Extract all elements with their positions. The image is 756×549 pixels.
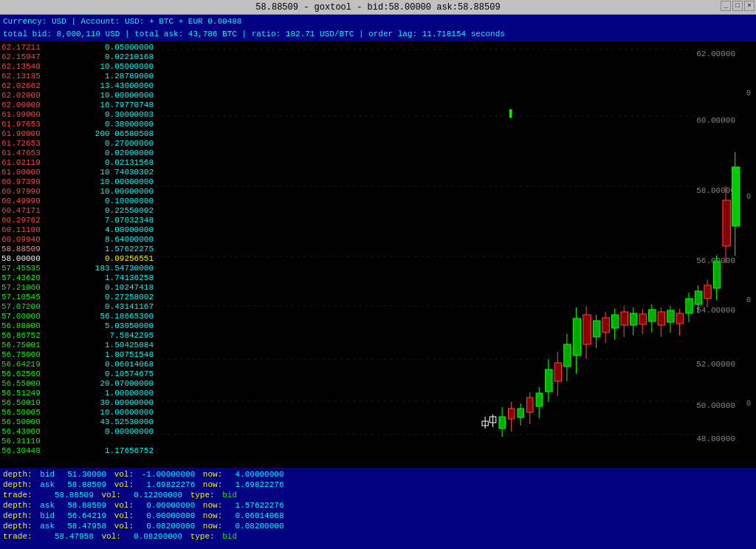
ob-ask-row: 61.02119 0.02131568 [0, 158, 155, 168]
ob-ask-row: 60.49990 0.10000000 [0, 197, 155, 206]
svg-rect-43 [639, 314, 646, 324]
ob-ask-row: 61.90000200 06580508 [0, 129, 155, 139]
main-area: 62.17211 0.05000000 62.15947 0.02210168 … [0, 41, 756, 455]
stats-text: total bid: 8,000,110 USD | total ask: 43… [3, 30, 505, 38]
ob-ask-row: 60.9739010.00000000 [0, 177, 155, 187]
svg-rect-21 [536, 393, 542, 406]
svg-rect-29 [573, 318, 580, 355]
svg-rect-25 [554, 363, 561, 381]
svg-rect-23 [546, 369, 552, 392]
svg-rect-39 [621, 312, 628, 325]
ob-bid-row: 56.5000043.52530000 [0, 417, 155, 427]
svg-rect-15 [508, 409, 514, 419]
svg-rect-47 [658, 312, 664, 325]
right-panel: 0 0 0 0 [741, 41, 756, 455]
ob-ask-row: 60.47171 0.22550002 [0, 206, 155, 216]
svg-rect-13 [499, 417, 505, 429]
ob-bid-row: 56.75001 1.50425084 [0, 341, 155, 350]
ob-ask-row: 62.0266213.43000000 [0, 81, 155, 91]
ob-bid-row: 56.5001030.00000000 [0, 398, 155, 408]
ob-ask-row: 61.97653 0.38000000 [0, 120, 155, 129]
right-label-2: 0 [746, 193, 751, 201]
minimize-btn[interactable]: _ [721, 1, 731, 11]
ob-ask-row: 60.11100 4.00000000 [0, 225, 155, 235]
ob-bid-row: 57.21060 0.10247418 [0, 283, 155, 293]
right-label-4: 0 [746, 400, 751, 408]
ob-mid-row: 58.00000 0.09256551 [0, 254, 155, 264]
svg-rect-31 [583, 315, 591, 344]
svg-rect-49 [667, 310, 674, 322]
svg-rect-19 [527, 398, 533, 412]
ob-bid-row: 56.88000 5.03050000 [0, 321, 155, 331]
title-text: 58.88509 - goxtool - bid:58.00000 ask:58… [255, 2, 500, 13]
ob-bid-row: 56.62560 0.10574675 [0, 369, 155, 379]
svg-rect-59 [713, 262, 720, 288]
ob-ask-row: 62.13135 1.28789000 [0, 72, 155, 81]
bottom-row-7: trade: 58.47958 vol: 0.08200000 type: bi… [3, 531, 753, 542]
ob-ask-row: 58.88509 1.57622275 [0, 245, 155, 254]
right-label-3: 0 [746, 296, 751, 304]
ob-ask-row: 62.0000016.79770748 [0, 100, 155, 110]
ob-ask-row: 62.1354010.05000000 [0, 62, 155, 72]
svg-rect-33 [593, 321, 599, 337]
title-controls: _ □ × [721, 1, 755, 11]
ob-bid-row: 56.86752 7.5842295 [0, 331, 155, 341]
ob-bid-row: 56.75000 1.80751548 [0, 350, 155, 360]
svg-rect-55 [695, 291, 701, 304]
svg-rect-51 [676, 313, 683, 324]
header-stats: total bid: 8,000,110 USD | total ask: 43… [0, 28, 756, 41]
ob-bid-row: 56.31110 [0, 437, 155, 446]
title-bar: 58.88509 - goxtool - bid:58.00000 ask:58… [0, 0, 756, 15]
svg-rect-35 [602, 318, 609, 333]
ob-ask-row: 60.9799010.00000000 [0, 187, 155, 197]
svg-rect-57 [704, 285, 711, 299]
svg-rect-53 [686, 299, 693, 313]
ob-ask-row: 62.15947 0.02210168 [0, 52, 155, 62]
chart-area: 62.00000 60.00000 58.00000 56.00000 54.0… [155, 41, 741, 455]
maximize-btn[interactable]: □ [732, 1, 743, 11]
bottom-row-5: depth: bid 56.64219 vol: 0.00000000 now:… [3, 511, 753, 521]
ob-ask-row: 61.47653 0.02000000 [0, 149, 155, 158]
svg-rect-63 [732, 167, 739, 226]
bottom-data: depth: bid 51.30000 vol: -1.00000000 now… [0, 468, 756, 549]
ob-ask-row: 62.0200010.00000000 [0, 91, 155, 100]
svg-rect-17 [518, 409, 523, 417]
candlestick-chart [155, 41, 741, 455]
order-book: 62.17211 0.05000000 62.15947 0.02210168 … [0, 41, 155, 455]
ob-ask-row: 60.29762 7.07032348 [0, 216, 155, 225]
ob-ask-row: 62.17211 0.05000000 [0, 43, 155, 52]
ob-bid-row: 57.07200 0.43141167 [0, 302, 155, 312]
bottom-row-3: trade: 58.88509 vol: 0.12200000 type: bi… [3, 490, 753, 500]
bottom-row-4: depth: ask 58.88509 vol: 0.00000000 now:… [3, 500, 753, 511]
currency-text: Currency: USD | Account: USD: + BTC + EU… [3, 17, 241, 26]
ob-bid-row: 57.43620 1.74136258 [0, 273, 155, 283]
bottom-row-1: depth: bid 51.30000 vol: -1.00000000 now… [3, 469, 753, 480]
ob-bid-row: 57.45535183.54730000 [0, 264, 155, 273]
bottom-row-6: depth: ask 58.47958 vol: 0.08200000 now:… [3, 521, 753, 531]
svg-rect-37 [611, 315, 618, 328]
ob-bid-row: 56.30448 1.17656752 [0, 446, 155, 455]
ob-bid-row: 57.0000056.18665300 [0, 312, 155, 321]
ob-ask-row: 61.72653 0.27000000 [0, 139, 155, 149]
ob-bid-row: 56.5500020.07000000 [0, 379, 155, 389]
ob-bid-row: 56.51249 1.00000000 [0, 389, 155, 398]
ob-bid-row: 56.43000 0.00000000 [0, 427, 155, 437]
ob-ask-row: 61.0000010 74030302 [0, 168, 155, 177]
right-label-1: 0 [746, 89, 751, 98]
ob-bid-row: 56.5000510.00000000 [0, 408, 155, 417]
svg-rect-41 [630, 313, 637, 325]
ob-ask-row: 61.99000 0.30000003 [0, 110, 155, 120]
header-currency: Currency: USD | Account: USD: + BTC + EU… [0, 15, 756, 28]
close-btn[interactable]: × [744, 1, 755, 11]
svg-rect-45 [649, 310, 656, 321]
ob-bid-row: 57.10545 0.27258002 [0, 293, 155, 302]
svg-rect-27 [564, 344, 571, 366]
svg-rect-61 [723, 200, 730, 246]
bottom-row-2: depth: ask 58.88509 vol: 1.69822276 now:… [3, 480, 753, 490]
ob-bid-row: 56.64219 0.06014068 [0, 360, 155, 369]
ob-ask-row: 60.09940 8.64000000 [0, 235, 155, 245]
